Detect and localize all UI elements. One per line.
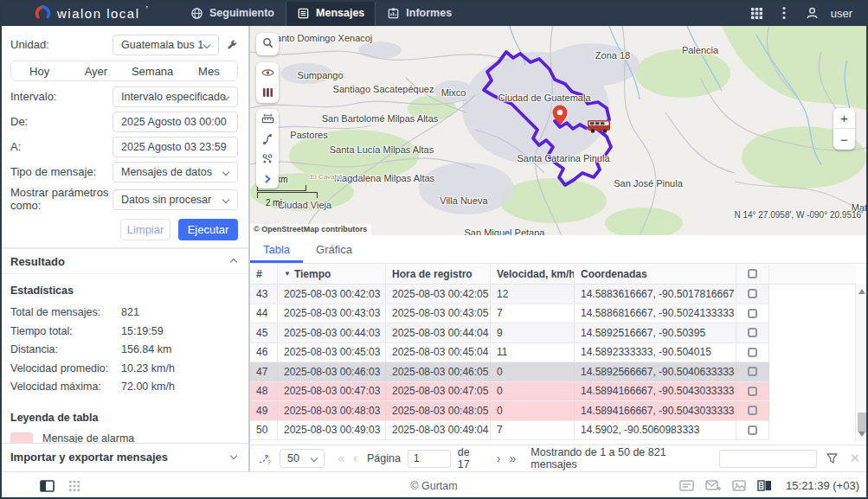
close-icon[interactable]: ✕	[849, 451, 860, 466]
col-hora-registro: Hora de registro	[386, 264, 491, 284]
table-scrollbar[interactable]	[855, 285, 868, 441]
topbar-right: user	[741, 0, 856, 26]
unit-select[interactable]: Guatemala bus 1	[113, 35, 219, 55]
import-export-section-header[interactable]: Importar y exportar mensajes	[0, 443, 248, 471]
table-row[interactable]: 48 2025-08-03 00:47:03 2025-08-03 00:47:…	[250, 382, 769, 402]
params-label: Mostrar parámetros como:	[10, 187, 113, 213]
map-search-control[interactable]	[256, 33, 279, 55]
next-page-button[interactable]: ›	[492, 451, 505, 465]
split-view-icon[interactable]	[757, 480, 772, 491]
params-value: Datos sin procesar	[121, 194, 211, 206]
cell-velocidad: 9	[491, 323, 575, 342]
table-row[interactable]: 50 2025-08-03 00:49:03 2025-08-03 00:49:…	[250, 421, 769, 441]
user-name[interactable]: user	[831, 7, 852, 20]
row-checkbox[interactable]	[748, 289, 757, 298]
result-section-header[interactable]: Resultado	[0, 247, 248, 274]
stat-row: Velocidad máxima: 72.00 km/h	[10, 381, 238, 393]
select-all-checkbox[interactable]	[748, 269, 757, 278]
tab-tabla[interactable]: Tabla	[250, 235, 303, 263]
route-tool-icon[interactable]	[256, 129, 279, 149]
from-datetime-input[interactable]: 2025 Agosto 03 00:00	[113, 112, 238, 132]
grid-dots-icon[interactable]	[68, 480, 80, 492]
traffic-bars-icon[interactable]	[256, 82, 279, 102]
send-message-icon[interactable]	[705, 480, 721, 491]
zoom-out-button[interactable]: −	[833, 129, 855, 150]
table-row[interactable]: 49 2025-08-03 00:48:03 2025-08-03 00:48:…	[250, 401, 769, 421]
cell-checkbox	[736, 343, 769, 362]
prev-page-button[interactable]: ‹	[349, 451, 362, 465]
cell-hora-registro: 2025-08-03 00:42:05	[386, 285, 491, 304]
visibility-eye-icon[interactable]	[256, 62, 279, 82]
quick-range-button[interactable]: Semana	[125, 61, 181, 80]
nav-tab-seguimiento[interactable]: Seguimiento	[179, 0, 286, 26]
last-page-button[interactable]: »	[505, 451, 520, 465]
table-row[interactable]: 44 2025-08-03 00:43:03 2025-08-03 00:43:…	[250, 304, 769, 324]
to-datetime-input[interactable]: 2025 Agosto 03 23:59	[113, 137, 238, 157]
scrollbar-thumb[interactable]	[858, 413, 866, 432]
nav-tab-informes[interactable]: Informes	[376, 0, 463, 26]
quick-range-button[interactable]: Mes	[181, 61, 237, 80]
page-input[interactable]	[408, 450, 451, 468]
row-checkbox[interactable]	[748, 387, 757, 396]
map-place-label: Magdalena Milpas Altas	[334, 173, 434, 183]
chevron-down-icon	[222, 196, 229, 203]
table-row[interactable]: 47 2025-08-03 00:46:03 2025-08-03 00:46:…	[250, 362, 769, 382]
scroll-down-arrow[interactable]	[858, 432, 865, 437]
execute-button[interactable]: Ejecutar	[178, 219, 238, 240]
scale-mi-bar	[257, 192, 318, 198]
filter-funnel-icon[interactable]	[826, 452, 839, 464]
cell-hora-registro: 2025-08-03 00:48:05	[386, 401, 491, 420]
row-checkbox[interactable]	[748, 328, 757, 337]
media-image-icon[interactable]	[732, 480, 746, 491]
goto-message-icon[interactable]: ?	[258, 451, 272, 465]
col-tiempo[interactable]: ▼Tiempo	[278, 264, 386, 284]
apps-grid-icon[interactable]	[741, 0, 773, 26]
expand-tools-chevron-icon[interactable]	[256, 169, 279, 189]
tab-grafica[interactable]: Gráfica	[303, 235, 365, 263]
row-checkbox[interactable]	[748, 425, 757, 435]
messages-icon	[297, 7, 310, 20]
map-place-label: San Bartolomé Milpas Altas	[322, 113, 439, 124]
row-checkbox[interactable]	[748, 406, 757, 415]
map-tiles	[250, 26, 868, 235]
nav-tab-mensajes[interactable]: Mensajes	[286, 0, 376, 26]
row-checkbox[interactable]	[748, 367, 757, 376]
chevron-down-icon	[203, 42, 210, 48]
first-page-button[interactable]: «	[333, 451, 349, 465]
scroll-up-arrow[interactable]	[858, 289, 865, 294]
interval-select[interactable]: Intervalo especificado	[113, 86, 238, 107]
ruler-icon[interactable]	[256, 109, 279, 129]
nodes-tool-icon[interactable]	[256, 149, 279, 169]
cell-checkbox	[736, 362, 769, 381]
page-size-select[interactable]: 50	[280, 449, 325, 468]
wrench-icon[interactable]	[226, 39, 238, 51]
quick-range-button[interactable]: Hoy	[11, 61, 68, 80]
collapse-panel-icon[interactable]	[40, 480, 55, 492]
filter-input[interactable]	[719, 450, 817, 468]
cell-velocidad: 7	[491, 421, 575, 440]
clear-button[interactable]: Limpiar	[120, 219, 170, 240]
quick-range-group: Hoy Ayer Semana Mes	[10, 61, 238, 81]
map-place-label: Sumpango	[297, 70, 343, 80]
map-canvas[interactable]: Santo Domingo Xenacoj Zona 18 Palencia S…	[249, 26, 868, 235]
row-checkbox[interactable]	[748, 309, 757, 318]
message-type-select[interactable]: Mensajes de datos	[113, 162, 238, 182]
stat-row: Velocidad promedio: 10.23 km/h	[10, 362, 238, 374]
user-icon[interactable]	[795, 0, 829, 26]
nav-tab-label: Seguimiento	[209, 7, 274, 19]
quick-range-button[interactable]: Ayer	[68, 61, 124, 80]
row-checkbox[interactable]	[748, 348, 757, 357]
log-panel-icon[interactable]	[679, 480, 694, 491]
params-select[interactable]: Datos sin procesar	[113, 189, 238, 210]
table-row[interactable]: 45 2025-08-03 00:44:03 2025-08-03 00:44:…	[250, 323, 769, 343]
chevron-down-icon	[222, 169, 229, 176]
cell-num: 46	[250, 343, 278, 362]
wialon-logo[interactable]: wialon local ’	[35, 5, 148, 22]
kebab-menu-icon[interactable]	[773, 0, 795, 26]
cell-velocidad: 12	[491, 285, 575, 304]
table-row[interactable]: 43 2025-08-03 00:42:03 2025-08-03 00:42:…	[250, 285, 769, 304]
table-row[interactable]: 46 2025-08-03 00:45:03 2025-08-03 00:45:…	[250, 343, 769, 363]
stat-label: Total de mensajes:	[10, 306, 121, 318]
zoom-in-button[interactable]: +	[833, 108, 855, 129]
stat-value: 156.84 km	[121, 343, 171, 355]
